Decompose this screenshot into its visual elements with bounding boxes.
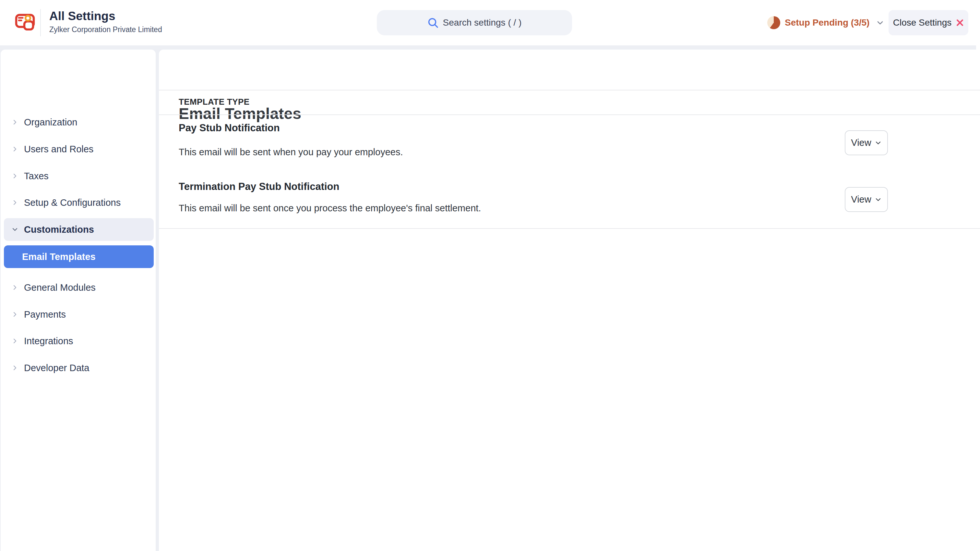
sidebar-item-integrations[interactable]: Integrations	[4, 332, 154, 350]
sidebar-item-organization[interactable]: Organization	[4, 113, 154, 131]
chevron-right-icon	[12, 311, 18, 318]
setup-pending-label: Setup Pending (3/5)	[785, 17, 869, 28]
sidebar-item-label: Users and Roles	[24, 144, 93, 155]
view-button-label: View	[851, 137, 871, 148]
close-settings-label: Close Settings	[893, 17, 952, 28]
close-icon	[956, 19, 964, 27]
sidebar-item-general-modules[interactable]: General Modules	[4, 278, 154, 297]
sidebar-item-label: General Modules	[24, 282, 95, 293]
chevron-right-icon	[12, 338, 18, 344]
sidebar-item-setup-configurations[interactable]: Setup & Configurations	[4, 194, 154, 212]
search-input[interactable]: Search settings ( / )	[377, 10, 572, 35]
settings-sidebar: Organization Users and Roles Taxes Setup…	[1, 49, 156, 551]
chevron-right-icon	[12, 365, 18, 371]
sidebar-item-label: Organization	[24, 117, 77, 128]
all-settings-screen: All Settings Zylker Corporation Private …	[0, 0, 980, 551]
chevron-right-icon	[12, 119, 18, 125]
page-title: All Settings	[49, 9, 162, 23]
template-row-description: This email will be sent once you process…	[179, 203, 481, 214]
email-templates-panel: Email Templates TEMPLATE TYPE Pay Stub N…	[159, 49, 980, 551]
view-button-label: View	[851, 194, 871, 205]
sidebar-item-customizations[interactable]: Customizations	[4, 218, 154, 241]
sidebar-item-email-templates[interactable]: Email Templates	[4, 245, 154, 268]
header-divider	[40, 9, 41, 36]
template-row-description: This email will be sent when you pay you…	[179, 147, 403, 157]
chevron-down-icon	[875, 140, 882, 146]
setup-pending-dropdown[interactable]: Setup Pending (3/5)	[767, 0, 885, 45]
view-button-pay-stub[interactable]: View	[845, 130, 888, 155]
search-icon	[427, 17, 438, 28]
sidebar-item-label: Email Templates	[22, 251, 95, 262]
sidebar-item-label: Developer Data	[24, 363, 89, 373]
divider	[159, 228, 980, 229]
sidebar-item-label: Customizations	[24, 224, 94, 235]
close-settings-button[interactable]: Close Settings	[889, 10, 968, 35]
sidebar-item-label: Payments	[24, 309, 66, 320]
column-header-template-type: TEMPLATE TYPE	[179, 97, 250, 107]
payroll-logo-icon	[15, 14, 35, 30]
template-row-title: Termination Pay Stub Notification	[179, 181, 339, 192]
template-row-title: Pay Stub Notification	[179, 122, 280, 134]
sidebar-item-label: Taxes	[24, 171, 49, 181]
view-button-termination-pay-stub[interactable]: View	[845, 187, 888, 212]
sidebar-item-developer-data[interactable]: Developer Data	[4, 359, 154, 377]
title-block: All Settings Zylker Corporation Private …	[49, 9, 162, 34]
header: All Settings Zylker Corporation Private …	[0, 0, 980, 45]
section-title: Email Templates	[179, 105, 301, 122]
sidebar-item-label: Integrations	[24, 336, 73, 346]
chevron-right-icon	[12, 173, 18, 179]
divider	[159, 90, 980, 91]
chevron-down-icon	[12, 226, 18, 233]
chevron-down-icon	[876, 19, 885, 27]
sidebar-item-payments[interactable]: Payments	[4, 305, 154, 324]
sidebar-item-taxes[interactable]: Taxes	[4, 167, 154, 185]
sidebar-item-label: Setup & Configurations	[24, 197, 121, 208]
search-placeholder: Search settings ( / )	[443, 17, 522, 28]
setup-progress-pie-icon	[767, 16, 780, 29]
sidebar-item-users-and-roles[interactable]: Users and Roles	[4, 140, 154, 158]
chevron-down-icon	[875, 196, 882, 203]
organization-name: Zylker Corporation Private Limited	[49, 25, 162, 34]
chevron-right-icon	[12, 146, 18, 152]
chevron-right-icon	[12, 284, 18, 291]
chevron-right-icon	[12, 199, 18, 206]
divider	[159, 114, 980, 115]
